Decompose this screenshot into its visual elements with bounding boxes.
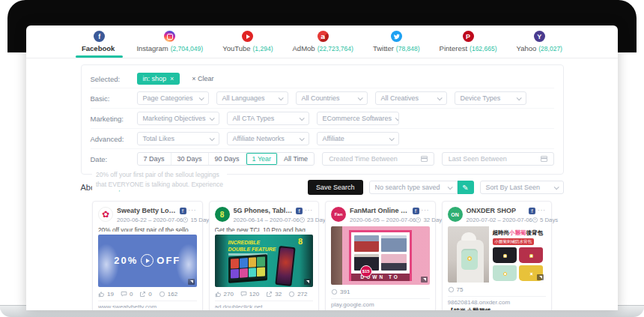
ad-creative-image[interactable]: INCREDIBLE DOUBLE FEATURE 8: [215, 235, 314, 287]
dropdown-page-categories[interactable]: Page Categories: [137, 91, 209, 105]
ad-domain[interactable]: play.google.com: [331, 298, 430, 308]
expand-icon[interactable]: [304, 279, 311, 285]
tab-count: (22,723,764): [318, 45, 353, 52]
views-icon: [448, 286, 455, 293]
card-menu-icon[interactable]: ···: [189, 209, 197, 212]
marketing-filters-row: Marketing: Marketing Objectives All CTA …: [91, 109, 554, 129]
save-search-button[interactable]: Save Search: [308, 180, 363, 195]
twitter-icon: [391, 31, 402, 42]
dropdown-marketing-objectives[interactable]: Marketing Objectives: [137, 112, 219, 125]
ad-headline: £35 per month | £30 upfront | ...: [215, 310, 271, 310]
filter-panel: Selected: in: shop× × Clear Basic: Page …: [81, 64, 564, 175]
advertiser-name[interactable]: Sweaty Betty London | Wom...: [117, 207, 177, 214]
tv-graphic: [228, 254, 267, 281]
admob-icon: a: [318, 31, 329, 42]
expand-icon[interactable]: [188, 279, 195, 285]
ad-domain[interactable]: ad.doubleclick.net: [215, 301, 314, 308]
dropdown-all-creatives[interactable]: All Creatives: [375, 91, 447, 105]
stat-comments: 120: [240, 291, 259, 298]
tab-label: Twitter: [373, 44, 394, 52]
basic-filters-row: Basic: Page Categories All Languages All…: [91, 88, 554, 109]
dropdown-affiliate[interactable]: Affiliate: [317, 132, 399, 145]
facebook-mini-icon: f: [180, 208, 186, 214]
dropdown-total-likes[interactable]: Total Likes: [137, 132, 219, 145]
ad-headline: 【時尚小雛菊後背包】小雛菊刺...: [448, 307, 501, 310]
tab-twitter[interactable]: Twitter(78,848): [370, 25, 423, 58]
dropdown-device-types[interactable]: Device Types: [455, 91, 526, 105]
card-menu-icon[interactable]: ···: [538, 209, 546, 212]
tab-youtube[interactable]: YouTube(1,294): [219, 25, 276, 58]
tab-pinterest[interactable]: P Pinterest(162,665): [437, 25, 500, 58]
ad-creative-image[interactable]: DOWN TO $15: [331, 226, 430, 285]
saved-search-dropdown[interactable]: No search type saved: [369, 181, 458, 194]
saved-search-group: No search type saved ✎: [369, 181, 474, 194]
ad-date-range: 2020-06-14 – 2020-07-06: [234, 217, 300, 223]
card-header: 8 5G Phones, Tablets & SIMs | ... f··· 2…: [215, 207, 314, 223]
like-icon: [98, 291, 105, 298]
card-menu-icon[interactable]: ···: [422, 209, 430, 212]
product-collage: DOWN TO $15: [349, 230, 412, 280]
date-option-30-days[interactable]: 30 Days: [171, 153, 209, 165]
ad-creative-image[interactable]: 20%OFF: [98, 235, 197, 287]
tag-close-icon[interactable]: ×: [170, 75, 174, 82]
advertiser-name[interactable]: ONXDER SHOP: [467, 207, 517, 214]
model-photo: [448, 226, 489, 283]
pinterest-icon: P: [463, 31, 474, 42]
tab-count: (28,027): [538, 45, 562, 52]
cta-button[interactable]: Learn More: [503, 310, 546, 311]
created-time-between-input[interactable]: Created Time Between: [322, 152, 434, 166]
pencil-icon: ✎: [462, 184, 468, 192]
instagram-icon: [164, 31, 175, 42]
clock-icon: [183, 217, 188, 223]
advanced-filters-row: Advanced: Total Likes Affiliate Networks…: [91, 129, 554, 149]
card-menu-icon[interactable]: ···: [305, 209, 313, 212]
tab-label: YouTube: [222, 44, 250, 52]
like-icon: [215, 291, 222, 298]
dropdown-all-languages[interactable]: All Languages: [216, 91, 288, 105]
advertiser-name[interactable]: FanMart Online Shopping - F...: [350, 207, 410, 214]
edit-saved-search-button[interactable]: ✎: [458, 181, 474, 194]
date-option-all-time[interactable]: All Time: [278, 153, 314, 165]
chevron-down-icon: [395, 115, 399, 121]
advertiser-name[interactable]: 5G Phones, Tablets & SIMs | ...: [234, 207, 294, 214]
card-header: Fan FanMart Online Shopping - F... f··· …: [331, 207, 430, 223]
ad-description: Get the new TCL 10 Pro and bag a free TC…: [215, 226, 314, 232]
dropdown-ecommerce-softwares[interactable]: ECommerce Softwares: [317, 112, 399, 125]
date-option-1-year[interactable]: 1 Year: [246, 153, 279, 165]
ad-stats-row: 391: [331, 289, 430, 295]
selected-filter-tag[interactable]: in: shop×: [137, 73, 180, 85]
expand-icon[interactable]: [421, 277, 428, 283]
calendar-icon: [541, 156, 547, 162]
tab-count: (78,848): [396, 45, 420, 52]
dropdown-all-countries[interactable]: All Countries: [296, 91, 368, 105]
tab-admob[interactable]: a AdMob(22,723,764): [290, 25, 356, 58]
dropdown-affiliate-networks[interactable]: Affiliate Networks: [227, 132, 309, 145]
expand-icon[interactable]: [537, 274, 544, 280]
facebook-mini-icon: f: [529, 208, 535, 214]
chevron-down-icon: [278, 95, 283, 100]
sort-dropdown[interactable]: Sort By Last Seen: [480, 181, 564, 194]
share-icon: [139, 291, 146, 298]
tab-label: Instagram: [136, 44, 168, 52]
ad-duration: 5 Days: [540, 217, 558, 223]
ad-headline: ✔Cash on delivery ✔ Days fr...: [331, 310, 384, 310]
clear-filters-link[interactable]: × Clear: [192, 75, 213, 82]
tab-instagram[interactable]: Instagram(2,704,049): [133, 25, 206, 58]
ad-domain[interactable]: www.sweatybetty.com: [98, 301, 197, 308]
card-header: ON ONXDER SHOP f··· 2020-07-02 – 2020-07…: [448, 207, 547, 223]
ad-creative-image[interactable]: 超時尚小雛菊後背包 小雛菊刺繡防水背包: [448, 226, 547, 283]
play-icon[interactable]: [141, 254, 154, 267]
card-footer: 【時尚小雛菊後背包】小雛菊刺... GEGO 嚴選，在全球深入合作近... Le…: [448, 307, 547, 310]
tab-label: Facebook: [82, 44, 115, 52]
ad-domain[interactable]: 986208148.onxder.com: [448, 296, 547, 306]
date-option-90-days[interactable]: 90 Days: [209, 153, 246, 165]
dropdown-cta-types[interactable]: All CTA Types: [227, 112, 309, 125]
last-seen-between-input[interactable]: Last Seen Between: [442, 152, 554, 166]
date-option-7-days[interactable]: 7 Days: [138, 153, 171, 165]
tab-facebook[interactable]: f Facebook: [79, 25, 120, 58]
tab-yahoo[interactable]: Y Yahoo(28,027): [514, 25, 565, 58]
facebook-mini-icon: f: [296, 208, 303, 214]
ad-card: ON ONXDER SHOP f··· 2020-07-02 – 2020-07…: [442, 201, 553, 310]
date-label: Date:: [91, 155, 130, 163]
platform-tabbar: f Facebook Instagram(2,704,049) YouTube(…: [26, 25, 618, 58]
